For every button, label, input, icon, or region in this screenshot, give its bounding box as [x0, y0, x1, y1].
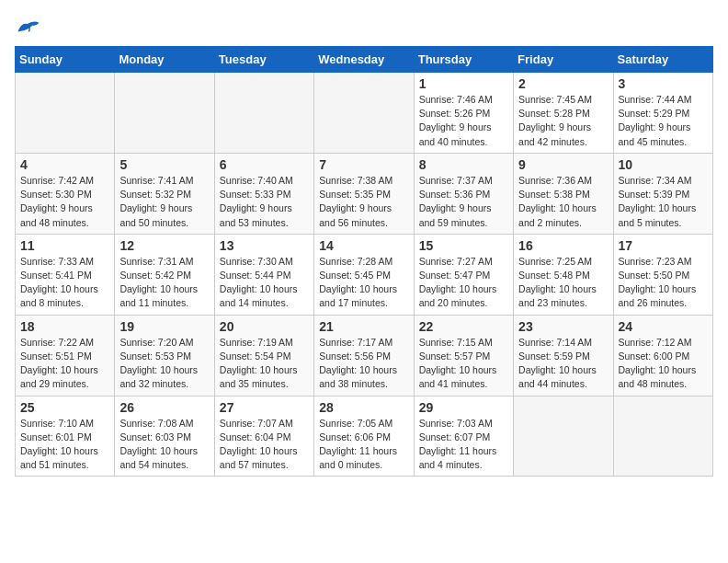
- col-header-sunday: Sunday: [16, 47, 115, 73]
- day-number: 15: [419, 238, 508, 253]
- day-number: 28: [319, 400, 408, 415]
- week-row-1: 1Sunrise: 7:46 AMSunset: 5:26 PMDaylight…: [16, 73, 713, 154]
- cell-info: Sunrise: 7:19 AMSunset: 5:54 PMDaylight:…: [220, 336, 309, 392]
- header: [15, 15, 713, 39]
- cell-info: Sunrise: 7:17 AMSunset: 5:56 PMDaylight:…: [319, 336, 408, 392]
- cell-info: Sunrise: 7:34 AMSunset: 5:39 PMDaylight:…: [619, 174, 708, 230]
- calendar-cell: 6Sunrise: 7:40 AMSunset: 5:33 PMDaylight…: [214, 153, 313, 234]
- day-number: 26: [119, 400, 209, 415]
- calendar-cell: 25Sunrise: 7:10 AMSunset: 6:01 PMDayligh…: [16, 396, 115, 477]
- day-number: 16: [518, 238, 608, 253]
- calendar-cell: 7Sunrise: 7:38 AMSunset: 5:35 PMDaylight…: [314, 153, 414, 234]
- calendar-cell: 24Sunrise: 7:12 AMSunset: 6:00 PMDayligh…: [613, 315, 712, 396]
- cell-info: Sunrise: 7:30 AMSunset: 5:44 PMDaylight:…: [220, 255, 309, 311]
- day-number: 9: [518, 157, 608, 172]
- col-header-thursday: Thursday: [414, 47, 513, 73]
- cell-info: Sunrise: 7:23 AMSunset: 5:50 PMDaylight:…: [619, 255, 708, 311]
- cell-info: Sunrise: 7:41 AMSunset: 5:32 PMDaylight:…: [119, 174, 209, 230]
- calendar-cell: 22Sunrise: 7:15 AMSunset: 5:57 PMDayligh…: [414, 315, 513, 396]
- cell-info: Sunrise: 7:42 AMSunset: 5:30 PMDaylight:…: [20, 174, 109, 230]
- day-number: 8: [419, 157, 508, 172]
- cell-info: Sunrise: 7:20 AMSunset: 5:53 PMDaylight:…: [119, 336, 209, 392]
- day-number: 22: [419, 319, 508, 334]
- calendar-cell: 17Sunrise: 7:23 AMSunset: 5:50 PMDayligh…: [613, 234, 712, 315]
- cell-info: Sunrise: 7:28 AMSunset: 5:45 PMDaylight:…: [319, 255, 408, 311]
- calendar-table: SundayMondayTuesdayWednesdayThursdayFrid…: [15, 46, 713, 477]
- col-header-monday: Monday: [115, 47, 214, 73]
- calendar-cell: 14Sunrise: 7:28 AMSunset: 5:45 PMDayligh…: [314, 234, 414, 315]
- cell-info: Sunrise: 7:25 AMSunset: 5:48 PMDaylight:…: [518, 255, 608, 311]
- cell-info: Sunrise: 7:36 AMSunset: 5:38 PMDaylight:…: [518, 174, 608, 230]
- col-header-friday: Friday: [514, 47, 613, 73]
- calendar-cell: 4Sunrise: 7:42 AMSunset: 5:30 PMDaylight…: [16, 153, 115, 234]
- day-number: 5: [119, 157, 209, 172]
- cell-info: Sunrise: 7:12 AMSunset: 6:00 PMDaylight:…: [619, 336, 708, 392]
- calendar-cell: 27Sunrise: 7:07 AMSunset: 6:04 PMDayligh…: [214, 396, 313, 477]
- calendar-cell: 2Sunrise: 7:45 AMSunset: 5:28 PMDaylight…: [514, 73, 613, 154]
- calendar-cell: [514, 396, 613, 477]
- day-number: 24: [619, 319, 708, 334]
- day-number: 18: [20, 319, 109, 334]
- calendar-cell: 21Sunrise: 7:17 AMSunset: 5:56 PMDayligh…: [314, 315, 414, 396]
- cell-info: Sunrise: 7:14 AMSunset: 5:59 PMDaylight:…: [518, 336, 608, 392]
- calendar-cell: [314, 73, 414, 154]
- logo: [15, 18, 44, 39]
- col-header-tuesday: Tuesday: [214, 47, 313, 73]
- week-row-5: 25Sunrise: 7:10 AMSunset: 6:01 PMDayligh…: [16, 396, 713, 477]
- day-number: 17: [619, 238, 708, 253]
- calendar-cell: 28Sunrise: 7:05 AMSunset: 6:06 PMDayligh…: [314, 396, 414, 477]
- cell-info: Sunrise: 7:27 AMSunset: 5:47 PMDaylight:…: [419, 255, 508, 311]
- calendar-cell: [115, 73, 214, 154]
- calendar-cell: 16Sunrise: 7:25 AMSunset: 5:48 PMDayligh…: [514, 234, 613, 315]
- calendar-cell: 23Sunrise: 7:14 AMSunset: 5:59 PMDayligh…: [514, 315, 613, 396]
- calendar-cell: 19Sunrise: 7:20 AMSunset: 5:53 PMDayligh…: [115, 315, 214, 396]
- calendar-cell: 11Sunrise: 7:33 AMSunset: 5:41 PMDayligh…: [16, 234, 115, 315]
- cell-info: Sunrise: 7:38 AMSunset: 5:35 PMDaylight:…: [319, 174, 408, 230]
- day-number: 12: [119, 238, 209, 253]
- day-number: 10: [619, 157, 708, 172]
- calendar-cell: 9Sunrise: 7:36 AMSunset: 5:38 PMDaylight…: [514, 153, 613, 234]
- cell-info: Sunrise: 7:15 AMSunset: 5:57 PMDaylight:…: [419, 336, 508, 392]
- calendar-cell: [16, 73, 115, 154]
- day-number: 23: [518, 319, 608, 334]
- cell-info: Sunrise: 7:08 AMSunset: 6:03 PMDaylight:…: [119, 417, 209, 473]
- day-number: 29: [419, 400, 508, 415]
- week-row-3: 11Sunrise: 7:33 AMSunset: 5:41 PMDayligh…: [16, 234, 713, 315]
- calendar-cell: 13Sunrise: 7:30 AMSunset: 5:44 PMDayligh…: [214, 234, 313, 315]
- day-number: 21: [319, 319, 408, 334]
- cell-info: Sunrise: 7:05 AMSunset: 6:06 PMDaylight:…: [319, 417, 408, 473]
- calendar-cell: 18Sunrise: 7:22 AMSunset: 5:51 PMDayligh…: [16, 315, 115, 396]
- day-number: 1: [419, 76, 508, 91]
- day-number: 3: [619, 76, 708, 91]
- day-number: 27: [220, 400, 309, 415]
- cell-info: Sunrise: 7:46 AMSunset: 5:26 PMDaylight:…: [419, 93, 508, 149]
- calendar-cell: 5Sunrise: 7:41 AMSunset: 5:32 PMDaylight…: [115, 153, 214, 234]
- cell-info: Sunrise: 7:10 AMSunset: 6:01 PMDaylight:…: [20, 417, 109, 473]
- day-number: 25: [20, 400, 109, 415]
- day-number: 19: [119, 319, 209, 334]
- calendar-cell: 3Sunrise: 7:44 AMSunset: 5:29 PMDaylight…: [613, 73, 712, 154]
- cell-info: Sunrise: 7:07 AMSunset: 6:04 PMDaylight:…: [220, 417, 309, 473]
- cell-info: Sunrise: 7:44 AMSunset: 5:29 PMDaylight:…: [619, 93, 708, 149]
- calendar-cell: 8Sunrise: 7:37 AMSunset: 5:36 PMDaylight…: [414, 153, 513, 234]
- day-number: 6: [220, 157, 309, 172]
- day-number: 7: [319, 157, 408, 172]
- col-header-wednesday: Wednesday: [314, 47, 414, 73]
- calendar-cell: 15Sunrise: 7:27 AMSunset: 5:47 PMDayligh…: [414, 234, 513, 315]
- calendar-cell: [214, 73, 313, 154]
- calendar-cell: 10Sunrise: 7:34 AMSunset: 5:39 PMDayligh…: [613, 153, 712, 234]
- week-row-4: 18Sunrise: 7:22 AMSunset: 5:51 PMDayligh…: [16, 315, 713, 396]
- week-row-2: 4Sunrise: 7:42 AMSunset: 5:30 PMDaylight…: [16, 153, 713, 234]
- calendar-cell: 1Sunrise: 7:46 AMSunset: 5:26 PMDaylight…: [414, 73, 513, 154]
- calendar-cell: 20Sunrise: 7:19 AMSunset: 5:54 PMDayligh…: [214, 315, 313, 396]
- cell-info: Sunrise: 7:33 AMSunset: 5:41 PMDaylight:…: [20, 255, 109, 311]
- calendar-cell: 12Sunrise: 7:31 AMSunset: 5:42 PMDayligh…: [115, 234, 214, 315]
- cell-info: Sunrise: 7:31 AMSunset: 5:42 PMDaylight:…: [119, 255, 209, 311]
- calendar-cell: 26Sunrise: 7:08 AMSunset: 6:03 PMDayligh…: [115, 396, 214, 477]
- day-number: 2: [518, 76, 608, 91]
- calendar-cell: [613, 396, 712, 477]
- cell-info: Sunrise: 7:03 AMSunset: 6:07 PMDaylight:…: [419, 417, 508, 473]
- cell-info: Sunrise: 7:45 AMSunset: 5:28 PMDaylight:…: [518, 93, 608, 149]
- cell-info: Sunrise: 7:37 AMSunset: 5:36 PMDaylight:…: [419, 174, 508, 230]
- day-number: 11: [20, 238, 109, 253]
